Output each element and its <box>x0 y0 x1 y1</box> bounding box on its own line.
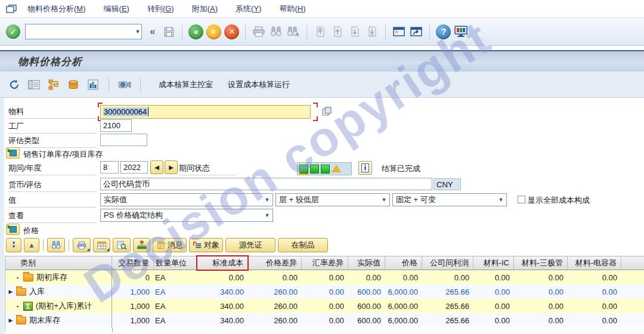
year-input[interactable]: 2022 <box>120 161 148 174</box>
toolbar-separator <box>182 24 182 39</box>
column-header-mat_capacitor[interactable]: 材料-电容器 <box>568 256 621 270</box>
material-input[interactable]: 3000000064 <box>100 105 311 119</box>
folder-icon <box>16 317 26 324</box>
next-period-button[interactable]: ▶ <box>165 160 178 174</box>
table-row-0[interactable]: ·期初库存0EA0.000.000.000.000.000.000.000.00… <box>5 270 644 284</box>
find-next-icon[interactable] <box>286 24 301 39</box>
create-shortcut-icon[interactable] <box>409 24 423 39</box>
column-header-std_cost[interactable]: 标准成本 <box>197 256 248 270</box>
customize-layout-icon[interactable] <box>454 24 468 39</box>
period-input[interactable]: 8 <box>100 161 119 174</box>
objects-button[interactable]: 对象 <box>189 238 223 252</box>
control-menu-icon[interactable] <box>6 4 17 14</box>
first-page-icon[interactable] <box>313 24 327 39</box>
material-value: 3000000064 <box>103 107 147 116</box>
show-all-cost-components-checkbox[interactable] <box>518 196 525 203</box>
wip-button[interactable]: 在制品 <box>278 238 328 252</box>
column-header-category[interactable]: 类别 <box>5 256 112 270</box>
menu-material-price-analysis[interactable]: 物料价格分析(M) <box>27 4 86 14</box>
column-header-price_diff[interactable]: 价格差异 <box>248 256 302 270</box>
column-header-mat_ic[interactable]: 材料-IC <box>473 256 514 270</box>
layout-button[interactable]: ◢ <box>93 238 110 252</box>
previous-period-button[interactable]: ◀ <box>150 160 163 174</box>
sales-order-section-toggle-icon[interactable] <box>6 147 20 159</box>
hierarchy-icon[interactable] <box>47 78 61 92</box>
material-label: 物料 <box>8 106 97 119</box>
currency-valuation-input[interactable]: 公司代码货币 <box>100 178 432 190</box>
menu-system[interactable]: 系统(Y) <box>236 4 261 14</box>
table-row-1[interactable]: ▶入库1,000EA340.00260.000.00600.006,000.00… <box>5 284 644 299</box>
refresh-icon[interactable] <box>7 78 21 92</box>
page-down-icon[interactable] <box>348 24 362 39</box>
price-section-label: 价格 <box>23 225 39 236</box>
cell-price_diff: 260.00 <box>248 284 302 299</box>
valuation-type-input[interactable] <box>100 134 147 146</box>
hierarchy-view-button[interactable] <box>133 238 150 252</box>
column-header-exch_diff[interactable]: 汇率差异 <box>302 256 348 270</box>
last-page-icon[interactable] <box>365 24 379 39</box>
category-cell[interactable]: ▶入库 <box>5 284 112 299</box>
chart-icon[interactable] <box>86 78 100 92</box>
cancel-button[interactable]: ✕ <box>224 24 239 39</box>
category-cell[interactable]: ·Σ(期初+入库)累计 <box>5 299 112 313</box>
help-button[interactable]: ? <box>436 24 451 39</box>
object-list-icon <box>193 241 202 250</box>
menu-edit[interactable]: 编辑(E) <box>104 4 129 14</box>
column-header-unit[interactable]: 数量单位 <box>154 256 197 270</box>
cost-estimate-drum-icon[interactable] <box>66 78 80 92</box>
save-icon[interactable] <box>162 24 176 39</box>
price-section-toggle-icon[interactable] <box>6 224 20 235</box>
messages-button[interactable]: 消息 <box>153 238 187 252</box>
cell-std_cost: 0.00 <box>197 270 248 284</box>
toolbar-separator <box>306 24 307 39</box>
column-header-interco_profit[interactable]: 公司间利润 <box>422 256 473 270</box>
table-row-3[interactable]: ▶期末库存1,000EA340.00260.000.00600.006,000.… <box>5 313 644 327</box>
expand-arrow-icon[interactable]: ▶ <box>7 289 14 295</box>
back-button[interactable]: « <box>188 24 203 39</box>
menu-extras[interactable]: 附加(A) <box>192 4 218 14</box>
new-session-icon[interactable] <box>392 24 406 39</box>
source-document-button[interactable]: 源凭证 <box>225 238 275 252</box>
column-header-price[interactable]: 价格 <box>385 256 422 270</box>
category-cell[interactable]: ·期初库存 <box>5 270 112 284</box>
plant-input[interactable]: 2100 <box>100 119 132 132</box>
command-dropdown-icon[interactable]: ▼ <box>134 29 141 35</box>
print-icon[interactable] <box>252 24 266 39</box>
menu-goto[interactable]: 转到(G) <box>147 4 174 14</box>
column-header-mat_transistor[interactable]: 材料-三极管 <box>514 256 568 270</box>
cell-price: 6,000.00 <box>385 299 422 313</box>
page-up-icon[interactable] <box>330 24 345 39</box>
reporting-icon[interactable] <box>117 78 132 92</box>
enter-button[interactable]: ✓ <box>6 24 20 39</box>
sap-gui-window: 物料价格分析(M) 编辑(E) 转到(G) 附加(A) 系统(Y) 帮助(H) … <box>0 0 644 334</box>
matchcode-search-icon[interactable] <box>321 106 333 117</box>
collapse-toolbar-icon[interactable]: « <box>150 26 155 38</box>
level-select[interactable]: 层 + 较低层 ▼ <box>275 193 390 206</box>
table-print-button[interactable]: ◢ <box>73 238 91 252</box>
period-status-info-button[interactable]: i <box>358 161 372 175</box>
column-header-actual_value[interactable]: 实际值 <box>348 256 385 270</box>
value-type-select[interactable]: 实际值 ▼ <box>100 193 273 206</box>
column-header-qty[interactable]: 交易数量 <box>112 256 154 270</box>
sort-descending-button[interactable]: ▼▼ <box>6 238 21 252</box>
table-find-button[interactable] <box>47 238 65 252</box>
category-cell[interactable]: ▶期末库存 <box>5 313 112 327</box>
setup-costing-run-button[interactable]: 设置成本核算运行 <box>228 79 290 90</box>
cost-split-select[interactable]: 固定 + 可变 ▼ <box>392 193 507 206</box>
cost-estimate-cockpit-button[interactable]: 成本核算主控室 <box>159 79 213 90</box>
find-icon[interactable] <box>269 24 283 39</box>
sort-ascending-button[interactable]: ▲ <box>24 238 39 252</box>
table-row-2[interactable]: ·Σ(期初+入库)累计1,000EA340.00260.000.00600.00… <box>5 299 644 313</box>
detail-view-button[interactable] <box>113 238 131 252</box>
menu-help[interactable]: 帮助(H) <box>279 4 305 14</box>
command-input[interactable] <box>26 25 134 38</box>
level-selected: 层 + 较低层 <box>276 194 379 205</box>
detail-list-icon[interactable] <box>27 78 41 92</box>
exit-button[interactable]: « <box>206 24 221 39</box>
expand-arrow-icon[interactable]: ▶ <box>7 317 14 323</box>
command-field[interactable]: ▼ <box>25 24 142 39</box>
cell-exch_diff: 0.00 <box>302 270 348 284</box>
view-select[interactable]: PS 价格确定结构 ▼ <box>100 209 273 222</box>
cell-mat_ic: 0.00 <box>473 270 514 284</box>
cell-price_diff: 260.00 <box>248 299 302 313</box>
